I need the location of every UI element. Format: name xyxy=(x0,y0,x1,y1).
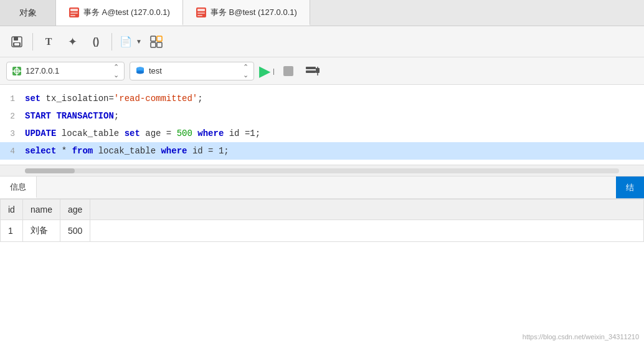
results-panel: 信息 结 id name age 1 刘备 500 xyxy=(0,176,644,343)
svg-rect-7 xyxy=(197,15,202,16)
code-line-1: 1 set tx_isolation='read-committed'; xyxy=(0,90,644,107)
code-line-4: 4 select * from locak_table where id = 1… xyxy=(0,142,644,160)
tab-blue[interactable]: 结 xyxy=(616,176,644,198)
col-header-id: id xyxy=(1,200,23,220)
transaction-b-icon xyxy=(196,7,207,18)
col-header-extra xyxy=(90,200,644,220)
code-line-3: 3 UPDATE locak_table set age = 500 where… xyxy=(0,125,644,142)
col-header-name: name xyxy=(22,200,60,220)
tab-bar: 对象 事务 A@test (127.0.0.1) 事务 B@test (127.… xyxy=(0,0,644,26)
line-number-1: 1 xyxy=(0,90,25,108)
grid-icon xyxy=(149,35,163,49)
svg-rect-5 xyxy=(197,9,205,11)
db-icon xyxy=(135,66,145,76)
tab-info-label: 信息 xyxy=(10,181,26,193)
ip-arrow: ⌃⌄ xyxy=(113,63,119,79)
tab-info[interactable]: 信息 xyxy=(0,176,37,198)
run-button[interactable]: ▶ | xyxy=(259,62,275,80)
line-content-1: set tx_isolation='read-committed'; xyxy=(25,90,644,107)
play-icon: ▶ xyxy=(259,62,270,80)
cell-age: 500 xyxy=(60,220,90,242)
results-table: id name age 1 刘备 500 xyxy=(0,199,644,242)
ip-selector[interactable]: 127.0.0.1 ⌃⌄ xyxy=(6,62,125,80)
svg-rect-25 xyxy=(306,70,316,73)
line-number-2: 2 xyxy=(0,108,25,125)
grid-button[interactable] xyxy=(146,31,167,52)
svg-rect-2 xyxy=(70,12,78,14)
svg-rect-13 xyxy=(157,36,162,41)
scrollbar-track[interactable] xyxy=(25,168,619,173)
line-content-2: START TRANSACTION; xyxy=(25,107,644,125)
braces-button[interactable]: () xyxy=(85,31,107,52)
svg-rect-11 xyxy=(14,43,19,46)
tab-objects[interactable]: 对象 xyxy=(0,0,56,26)
toolbar-divider-2 xyxy=(111,33,112,51)
svg-rect-14 xyxy=(151,42,156,47)
watermark: https://blog.csdn.net/weixin_34311210 xyxy=(523,333,639,341)
code-line-2: 2 START TRANSACTION; xyxy=(0,107,644,125)
svg-point-23 xyxy=(136,67,144,70)
cell-name: 刘备 xyxy=(22,220,60,242)
address-bar: 127.0.0.1 ⌃⌄ test ⌃⌄ ▶ | xyxy=(0,57,644,85)
tab-transaction-a-label: 事务 A@test (127.0.0.1) xyxy=(83,7,170,18)
col-header-age: age xyxy=(60,200,90,220)
main-content: T ✦ () 📄 ▼ xyxy=(0,26,644,343)
svg-point-22 xyxy=(136,70,144,74)
db-selector[interactable]: test ⌃⌄ xyxy=(130,62,254,80)
transaction-a-icon xyxy=(69,7,80,18)
line-content-4: select * from locak_table where id = 1; xyxy=(25,142,644,160)
table-row: 1 刘备 500 xyxy=(1,220,644,242)
toolbar-divider-1 xyxy=(32,33,33,51)
stop-icon xyxy=(283,66,293,76)
tab-transaction-b-label: 事务 B@test (127.0.0.1) xyxy=(211,7,297,18)
tab-objects-label: 对象 xyxy=(19,7,37,19)
svg-rect-15 xyxy=(157,42,162,47)
magic-icon: ✦ xyxy=(68,35,77,49)
line-content-3: UPDATE locak_table set age = 500 where i… xyxy=(25,125,644,142)
format-button[interactable]: T xyxy=(38,31,59,52)
cell-extra xyxy=(90,220,644,242)
db-arrow: ⌃⌄ xyxy=(243,63,249,79)
tab-blue-label: 结 xyxy=(626,182,634,193)
svg-rect-1 xyxy=(70,9,78,11)
explain-button[interactable] xyxy=(302,60,323,82)
save-button[interactable] xyxy=(6,31,27,52)
ip-value: 127.0.0.1 xyxy=(26,66,110,75)
save-icon xyxy=(11,36,23,48)
table-header-row: id name age xyxy=(1,200,644,220)
tab-transaction-b[interactable]: 事务 B@test (127.0.0.1) xyxy=(183,0,310,26)
tab-transaction-a[interactable]: 事务 A@test (127.0.0.1) xyxy=(56,0,183,26)
line-number-4: 4 xyxy=(0,143,25,160)
code-editor[interactable]: 1 set tx_isolation='read-committed'; 2 S… xyxy=(0,85,644,165)
scrollbar-thumb[interactable] xyxy=(25,168,75,173)
svg-rect-3 xyxy=(70,15,75,16)
svg-rect-24 xyxy=(306,67,316,69)
svg-rect-12 xyxy=(151,36,156,41)
cell-id: 1 xyxy=(1,220,23,242)
results-tabs: 信息 结 xyxy=(0,176,644,199)
toolbar: T ✦ () 📄 ▼ xyxy=(0,26,644,57)
doc-icon: 📄 xyxy=(117,36,135,47)
svg-rect-6 xyxy=(197,12,205,14)
explain-icon xyxy=(305,63,321,79)
magic-button[interactable]: ✦ xyxy=(62,31,83,52)
braces-icon: () xyxy=(93,36,100,47)
connection-icon xyxy=(12,66,22,76)
stop-button[interactable] xyxy=(280,62,297,80)
svg-rect-9 xyxy=(14,37,18,41)
doc-button[interactable]: 📄 ▼ xyxy=(117,31,143,52)
horizontal-scrollbar[interactable] xyxy=(0,165,644,176)
format-icon: T xyxy=(45,36,52,47)
line-number-3: 3 xyxy=(0,125,25,143)
doc-arrow: ▼ xyxy=(135,38,143,45)
db-value: test xyxy=(149,66,239,75)
cursor-icon: | xyxy=(273,67,275,75)
